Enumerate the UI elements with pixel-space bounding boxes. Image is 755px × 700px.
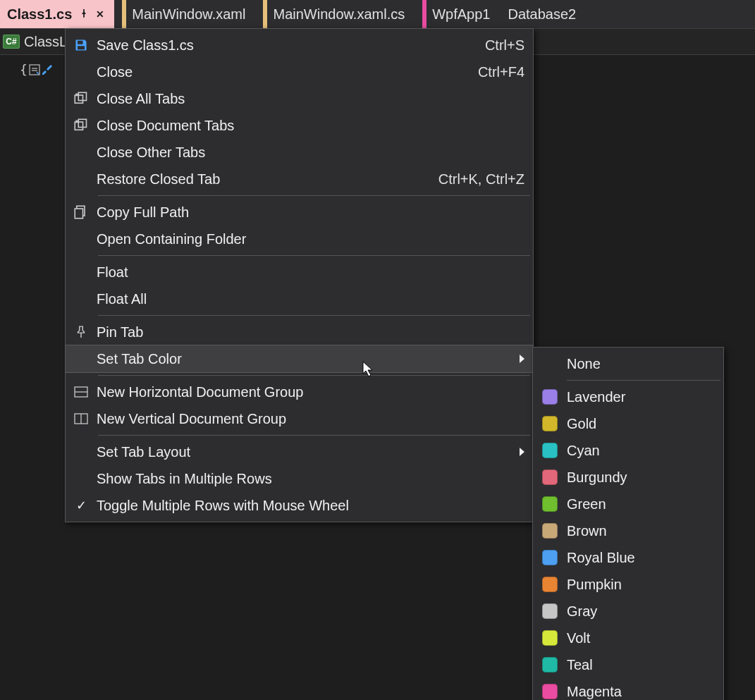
screwdriver-icon[interactable]: [42, 64, 53, 75]
menu-label: New Horizontal Document Group: [97, 384, 524, 400]
color-none[interactable]: None: [533, 350, 723, 377]
color-swatch: [542, 523, 558, 539]
menu-float[interactable]: Float: [66, 259, 533, 285]
color-label: Gray: [567, 603, 713, 620]
menu-close[interactable]: Close Ctrl+F4: [66, 59, 533, 85]
color-magenta[interactable]: Magenta: [533, 678, 723, 700]
menu-set-tab-layout[interactable]: Set Tab Layout: [66, 438, 533, 465]
menu-label: Show Tabs in Multiple Rows: [97, 471, 524, 487]
color-swatch: [542, 443, 558, 458]
menu-pin-tab[interactable]: Pin Tab: [66, 319, 533, 345]
color-swatch: [542, 416, 558, 431]
separator: [98, 255, 530, 256]
menu-open-containing-folder[interactable]: Open Containing Folder: [66, 226, 533, 252]
menu-label: Save Class1.cs: [97, 37, 471, 54]
margin-glyphs: {: [20, 62, 53, 77]
separator: [98, 195, 530, 196]
menu-save[interactable]: Save Class1.cs Ctrl+S: [66, 32, 533, 59]
color-volt[interactable]: Volt: [533, 625, 723, 651]
menu-close-document-tabs[interactable]: Close Document Tabs: [66, 112, 533, 139]
brace-glyph: {: [20, 62, 27, 77]
submenu-arrow-icon: [520, 355, 524, 363]
color-label: Burgundy: [567, 469, 713, 486]
tab-label: Database2: [508, 6, 576, 23]
color-label: Teal: [567, 657, 713, 673]
tab-label: MainWindow.xaml: [132, 6, 245, 23]
color-swatch: [542, 496, 558, 512]
menu-label: Float All: [97, 291, 524, 307]
color-label: Lavender: [567, 389, 713, 405]
menu-toggle-wheel-rows[interactable]: ✓ Toggle Multiple Rows with Mouse Wheel: [66, 492, 533, 519]
document-tab-bar: Class1.cs ✕ MainWindow.xaml MainWindow.x…: [0, 0, 755, 29]
color-label: Magenta: [567, 684, 713, 700]
tab-label: Class1.cs: [7, 6, 72, 23]
menu-label: Close Document Tabs: [97, 118, 524, 134]
save-icon: [74, 38, 88, 52]
svg-rect-1: [78, 41, 83, 44]
color-swatch: [542, 684, 558, 699]
project-selector[interactable]: ClassL: [24, 34, 67, 50]
csharp-icon: C#: [3, 35, 20, 49]
separator: [98, 315, 530, 316]
split-vertical-icon: [74, 413, 88, 424]
tab-color-submenu: None Lavender Gold Cyan Burgundy Green B…: [532, 347, 724, 700]
color-swatch: [542, 550, 558, 565]
menu-new-horizontal-group[interactable]: New Horizontal Document Group: [66, 379, 533, 405]
menu-set-tab-color[interactable]: Set Tab Color: [66, 345, 533, 372]
color-label: Royal Blue: [567, 550, 713, 566]
color-pumpkin[interactable]: Pumpkin: [533, 571, 723, 598]
color-indicator: [422, 0, 426, 28]
color-brown[interactable]: Brown: [533, 517, 723, 544]
svg-rect-8: [75, 209, 82, 219]
shortcut-text: Ctrl+K, Ctrl+Z: [424, 171, 524, 188]
menu-label: Close Other Tabs: [97, 145, 524, 161]
menu-label: Close: [97, 64, 464, 80]
tab-class1[interactable]: Class1.cs ✕: [0, 0, 115, 28]
checkmark-icon: ✓: [76, 498, 87, 513]
menu-new-vertical-group[interactable]: New Vertical Document Group: [66, 405, 533, 432]
color-swatch: [542, 657, 558, 673]
separator: [98, 435, 530, 436]
menu-label: Set Tab Color: [97, 351, 512, 367]
color-swatch: [542, 603, 558, 619]
menu-label: Restore Closed Tab: [97, 171, 424, 188]
color-cyan[interactable]: Cyan: [533, 437, 723, 464]
color-label: Green: [567, 496, 713, 512]
tab-label: WpfApp1: [432, 6, 490, 23]
color-royal-blue[interactable]: Royal Blue: [533, 544, 723, 571]
menu-restore-closed-tab[interactable]: Restore Closed Tab Ctrl+K, Ctrl+Z: [66, 166, 533, 192]
color-gold[interactable]: Gold: [533, 410, 723, 437]
tab-mainwindow-xaml[interactable]: MainWindow.xaml: [115, 0, 256, 28]
color-burgundy[interactable]: Burgundy: [533, 464, 723, 491]
color-label: None: [567, 356, 713, 372]
tab-mainwindow-xaml-cs[interactable]: MainWindow.xaml.cs: [256, 0, 415, 28]
menu-show-multiple-rows[interactable]: Show Tabs in Multiple Rows: [66, 465, 533, 492]
color-gray[interactable]: Gray: [533, 598, 723, 625]
color-teal[interactable]: Teal: [533, 651, 723, 678]
color-swatch: [542, 577, 558, 592]
tab-label: MainWindow.xaml.cs: [273, 6, 405, 23]
tab-wpfapp1[interactable]: WpfApp1: [415, 0, 501, 28]
close-all-icon: [74, 92, 88, 106]
color-label: Cyan: [567, 443, 713, 459]
pin-icon[interactable]: [79, 8, 89, 20]
modified-indicator: [122, 0, 126, 28]
color-label: Gold: [567, 416, 713, 432]
pin-icon: [75, 326, 87, 338]
submenu-arrow-icon: [520, 448, 524, 456]
menu-label: Open Containing Folder: [97, 231, 524, 247]
color-green[interactable]: Green: [533, 491, 723, 517]
menu-close-other-tabs[interactable]: Close Other Tabs: [66, 139, 533, 166]
close-icon[interactable]: ✕: [96, 8, 104, 20]
shortcut-text: Ctrl+S: [471, 37, 524, 54]
tab-context-menu: Save Class1.cs Ctrl+S Close Ctrl+F4 Clos…: [65, 28, 534, 522]
color-lavender[interactable]: Lavender: [533, 383, 723, 410]
color-label: Brown: [567, 523, 713, 539]
tab-database2[interactable]: Database2: [501, 0, 587, 28]
menu-copy-full-path[interactable]: Copy Full Path: [66, 199, 533, 226]
svg-rect-2: [78, 46, 85, 49]
menu-label: New Vertical Document Group: [97, 411, 524, 427]
close-docs-icon: [74, 118, 88, 133]
menu-float-all[interactable]: Float All: [66, 285, 533, 312]
menu-close-all-tabs[interactable]: Close All Tabs: [66, 85, 533, 112]
